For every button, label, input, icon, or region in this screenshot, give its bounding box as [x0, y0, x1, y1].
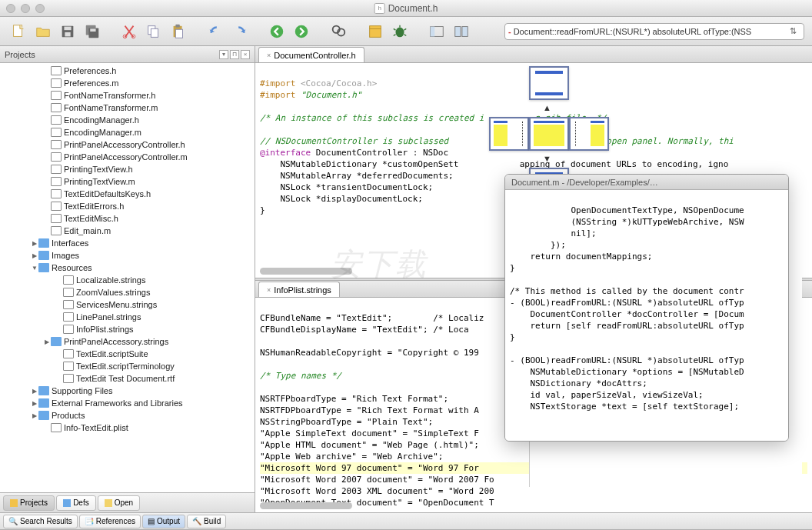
peek-popup-body[interactable]: OpenDocumentTextType, NSOpenDocume (NSSt… — [505, 190, 788, 441]
new-file-button[interactable] — [8, 21, 29, 42]
close-window-icon[interactable] — [6, 4, 15, 13]
file-icon — [51, 214, 62, 223]
tree-item-label: EncodingManager.m — [64, 128, 141, 137]
tree-file[interactable]: ZoomValues.strings — [0, 286, 255, 298]
tree-file[interactable]: EncodingManager.h — [0, 114, 255, 126]
output-tab-output[interactable]: ▤Output — [142, 515, 185, 528]
panel-pin-icon[interactable]: ⊓ — [230, 50, 239, 59]
save-all-button[interactable] — [82, 21, 103, 42]
save-button[interactable] — [57, 21, 78, 42]
tree-file[interactable]: PrintPanelAccessoryController.m — [0, 151, 255, 163]
disclosure-icon[interactable] — [31, 240, 38, 247]
zoom-window-icon[interactable] — [35, 4, 45, 13]
tree-folder[interactable]: Interfaces — [0, 237, 255, 249]
tree-folder[interactable]: External Frameworks and Libraries — [0, 397, 255, 409]
tree-file[interactable]: TextEditDefaultsKeys.h — [0, 188, 255, 200]
tree-folder[interactable]: Supporting Files — [0, 385, 255, 397]
window-title-text: Document.h — [388, 3, 438, 14]
tree-file[interactable]: Preferences.m — [0, 77, 255, 89]
minimize-window-icon[interactable] — [21, 4, 30, 13]
build-button[interactable] — [364, 21, 386, 42]
file-icon — [51, 91, 62, 100]
nav-forward-button[interactable] — [291, 21, 312, 42]
tree-file[interactable]: Localizable.strings — [0, 274, 255, 286]
projects-tab-defs[interactable]: Defs — [56, 495, 96, 511]
tree-file[interactable]: ServicesMenu.strings — [0, 298, 255, 311]
file-icon — [63, 374, 74, 383]
tree-file[interactable]: LinePanel.strings — [0, 311, 255, 323]
panel-close-icon[interactable]: × — [241, 50, 250, 59]
tree-item-label: PrintingTextView.h — [64, 165, 133, 174]
disclosure-icon[interactable] — [31, 388, 38, 395]
svg-point-14 — [271, 25, 284, 38]
tree-file[interactable]: InfoPlist.strings — [0, 323, 255, 335]
projects-tab-projects[interactable]: Projects — [3, 495, 55, 511]
editor-tabs-top: ×DocumentController.h — [255, 46, 812, 63]
open-folder-button[interactable] — [32, 21, 54, 42]
tree-item-label: ZoomValues.strings — [76, 288, 150, 297]
tree-folder[interactable]: Products — [0, 409, 255, 422]
disclosure-icon[interactable] — [43, 338, 51, 345]
tab-documentcontroller[interactable]: ×DocumentController.h — [258, 47, 364, 62]
symbol-navigator[interactable]: - Document::readFromURL:(NSURL*) absolut… — [504, 23, 804, 40]
panel-menu-icon[interactable]: ▾ — [219, 50, 228, 59]
folder-icon — [38, 263, 49, 272]
tree-file[interactable]: EncodingManager.m — [0, 126, 255, 138]
tree-file[interactable]: Edit_main.m — [0, 225, 255, 237]
tree-folder[interactable]: Images — [0, 249, 255, 262]
projects-tab-open[interactable]: Open — [98, 495, 140, 511]
scrollbar-thumb[interactable] — [260, 268, 352, 275]
debug-button[interactable] — [389, 21, 411, 42]
window-layout-button[interactable] — [426, 21, 448, 42]
output-tabs: 🔍Search Results 📑References ▤Output 🔨Bui… — [0, 512, 812, 529]
tree-item-label: Edit_main.m — [64, 226, 111, 235]
projects-panel-header: Projects ▾ ⊓ × — [0, 46, 255, 63]
svg-rect-22 — [431, 26, 435, 36]
tab-close-icon[interactable]: × — [267, 52, 271, 59]
tree-file[interactable]: TextEdit Test Document.rtf — [0, 372, 255, 385]
tree-file[interactable]: TextEditErrors.h — [0, 200, 255, 212]
tree-file[interactable]: FontNameTransformer.m — [0, 102, 255, 114]
updown-icon[interactable]: ⇅ — [790, 26, 800, 36]
disclosure-icon[interactable] — [31, 252, 38, 259]
tree-file[interactable]: PrintingTextView.h — [0, 163, 255, 175]
svg-rect-27 — [105, 499, 112, 507]
find-button[interactable] — [328, 21, 349, 42]
undo-button[interactable] — [205, 21, 226, 42]
tree-item-label: Images — [52, 251, 79, 260]
peek-popup[interactable]: Document.m - /Developer/Examples/… OpenD… — [504, 174, 789, 442]
tree-file[interactable]: PrintPanelAccessoryController.h — [0, 138, 255, 151]
tree-file[interactable]: TextEditMisc.h — [0, 212, 255, 225]
copy-button[interactable] — [143, 21, 165, 42]
nav-back-button[interactable] — [266, 21, 288, 42]
tab-close-icon[interactable]: × — [267, 286, 271, 294]
tree-folder[interactable]: Resources — [0, 262, 255, 274]
scrollbar-thumb[interactable] — [260, 502, 352, 509]
tree-item-label: ServicesMenu.strings — [76, 300, 157, 309]
disclosure-icon[interactable] — [31, 265, 38, 272]
folder-icon — [38, 251, 49, 260]
tree-file[interactable]: Info-TextEdit.plist — [0, 422, 255, 434]
project-tree[interactable]: Preferences.hPreferences.mFontNameTransf… — [0, 63, 255, 492]
file-icon — [63, 362, 74, 371]
output-tab-search[interactable]: 🔍Search Results — [3, 515, 78, 528]
disclosure-icon[interactable] — [31, 412, 38, 419]
tree-file[interactable]: TextEdit.scriptSuite — [0, 348, 255, 360]
tree-item-label: EncodingManager.h — [64, 115, 139, 125]
tree-folder[interactable]: PrintPanelAccessory.strings — [0, 335, 255, 348]
file-icon — [51, 103, 62, 112]
tree-file[interactable]: PrintingTextView.m — [0, 175, 255, 188]
tree-file[interactable]: Preferences.h — [0, 65, 255, 77]
tree-file[interactable]: FontNameTransformer.h — [0, 89, 255, 102]
disclosure-icon[interactable] — [31, 400, 38, 407]
output-tab-refs[interactable]: 📑References — [79, 515, 141, 528]
output-tab-build[interactable]: 🔨Build — [187, 515, 226, 528]
svg-point-15 — [295, 25, 308, 38]
tab-infoplist[interactable]: ×InfoPlist.strings — [258, 282, 340, 297]
window-split-button[interactable] — [451, 21, 472, 42]
titlebar: h Document.h — [0, 0, 812, 17]
tree-file[interactable]: TextEdit.scriptTerminology — [0, 360, 255, 372]
paste-button[interactable] — [168, 21, 189, 42]
cut-button[interactable] — [118, 21, 140, 42]
redo-button[interactable] — [229, 21, 251, 42]
